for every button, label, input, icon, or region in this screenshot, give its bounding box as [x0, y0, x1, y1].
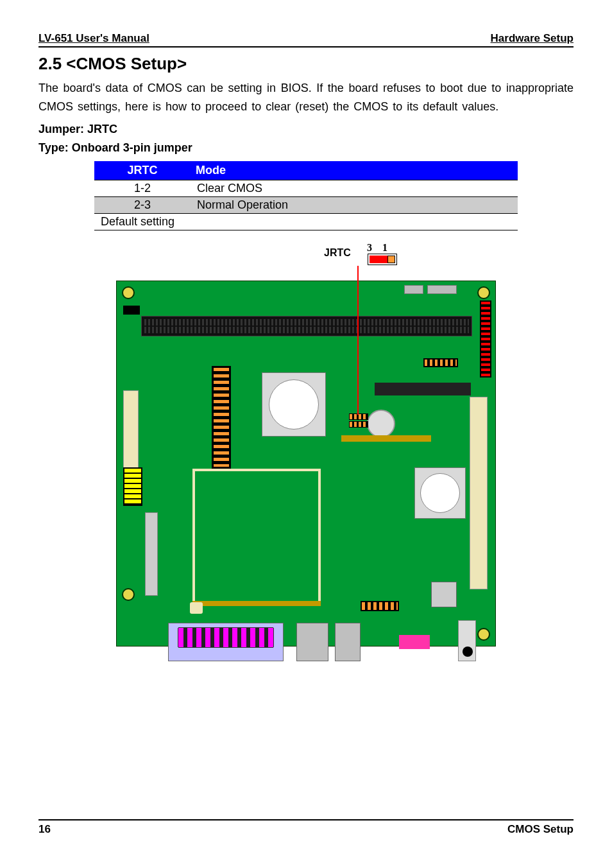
page-footer: 16 CMOS Setup: [38, 819, 574, 836]
audio-jack-icon: [458, 620, 476, 661]
table-footer-cell: Default setting: [94, 214, 518, 230]
page-number: 16: [38, 823, 51, 836]
connector-icon: [399, 635, 430, 649]
rear-io-row: [117, 606, 495, 646]
connector-icon: [431, 582, 457, 607]
bracket-icon: [427, 285, 457, 294]
header-icon: [123, 306, 140, 315]
pin-numbers: 3 1: [367, 242, 387, 254]
pin-header-icon: [480, 300, 491, 378]
table-header-mode: Mode: [191, 161, 518, 180]
port-icon: [335, 623, 361, 661]
pin-segment-3: [370, 256, 387, 263]
table-cell: Clear CMOS: [191, 180, 518, 197]
callout-line-icon: [357, 266, 359, 415]
table-header-row: JRTC Mode: [94, 161, 518, 180]
table-cell: 2-3: [94, 197, 191, 214]
gold-finger-icon: [192, 601, 321, 606]
ide-connector-icon: [123, 390, 139, 474]
jrtc-jumper-icon: [349, 413, 368, 428]
table-header-jrtc: JRTC: [94, 161, 191, 180]
section-body: The board's data of CMOS can be setting …: [38, 79, 574, 116]
pin-header-icon: [423, 358, 458, 367]
cpu-chip-icon: [262, 372, 326, 437]
expansion-slot-icon: [470, 397, 488, 589]
type-label: Type: Onboard 3-pin jumper: [38, 141, 574, 155]
dimm-slot-icon: [192, 469, 321, 603]
pin-1-label: 1: [382, 242, 387, 253]
port-icon: [296, 623, 328, 661]
jumper-label: Jumper: JRTC: [38, 123, 574, 136]
mount-hole-icon: [477, 286, 490, 299]
bracket-icon: [404, 285, 423, 294]
jrtc-table: JRTC Mode 1-2 Clear CMOS 2-3 Normal Oper…: [94, 161, 518, 230]
pin-header-icon: [212, 366, 231, 469]
board-diagram: 3 1 JRTC: [101, 269, 511, 680]
section-title: 2.5 <CMOS Setup>: [38, 54, 574, 74]
vga-port-icon: [168, 623, 284, 661]
footer-section: CMOS Setup: [507, 823, 574, 836]
page-header: LV-651 User's Manual Hardware Setup: [38, 32, 574, 48]
motherboard-icon: [116, 281, 496, 647]
pin-3-label: 3: [367, 242, 372, 253]
battery-icon: [367, 410, 395, 438]
header-left: LV-651 User's Manual: [38, 32, 149, 45]
table-row: 2-3 Normal Operation: [94, 197, 518, 214]
pin-header-icon: [123, 467, 142, 506]
gold-connector-icon: [341, 435, 431, 442]
header-right: Hardware Setup: [491, 32, 574, 45]
mount-hole-icon: [122, 588, 135, 601]
table-cell: 1-2: [94, 180, 191, 197]
jrtc-callout-label: JRTC: [324, 247, 351, 259]
mount-hole-icon: [122, 286, 135, 299]
connector-icon: [145, 512, 158, 596]
southbridge-chip-icon: [414, 467, 466, 519]
jrtc-pin-icon: [368, 254, 397, 265]
pin-segment-1: [387, 256, 395, 263]
table-footer-row: Default setting: [94, 214, 518, 230]
table-cell: Normal Operation: [191, 197, 518, 214]
connector-icon: [375, 383, 471, 395]
table-row: 1-2 Clear CMOS: [94, 180, 518, 197]
sodimm-slot-icon: [141, 316, 472, 336]
